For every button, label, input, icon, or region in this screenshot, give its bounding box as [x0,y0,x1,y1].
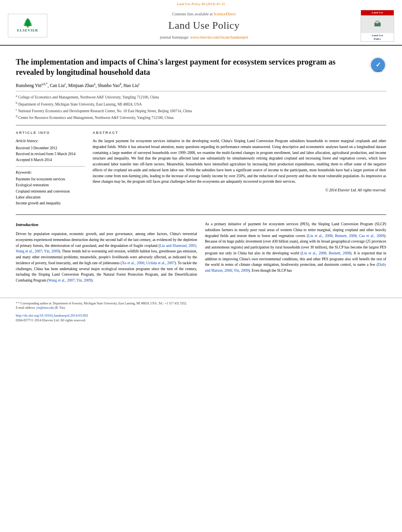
affiliation-a: a College of Economics and Management, N… [16,94,386,100]
affiliation-b: b Department of Forestry, Michigan State… [16,101,386,107]
ref-bennett-2008[interactable]: Bennett, 2008 [335,234,357,238]
affiliation-d: d Center for Resource Economics and Mana… [16,114,386,120]
two-col-body: Introduction Driven by population expans… [16,221,386,286]
article-title: The implementation and impacts of China'… [16,57,370,77]
body-col-right: As a primary initiative of payment for e… [205,221,386,286]
authors-text: Runsheng Yina,b,*, Can Liuc, Minjuan Zha… [16,83,140,88]
keyword-4: Labor allocation [16,195,85,200]
homepage-prefix: journal homepage: [160,35,190,39]
sciencedirect-prefix: Contents lists available at [172,12,214,16]
sciencedirect-line: Contents lists available at ScienceDirec… [55,11,353,17]
ref-liu-2008b[interactable]: Liu et al., 2008 [302,251,326,255]
badge-landscape-icon: 🏔 [374,19,381,29]
footer-doi[interactable]: http://dx.doi.org/10.1016/j.landusepol.2… [16,313,386,318]
footer-email-line: E-mail address: yin@msu.edu (R. Yin). [16,306,386,310]
affiliations: a College of Economics and Management, N… [16,91,386,121]
journal-badge: Land Use 🏔 Land UsePolicy [361,10,394,42]
journal-volume-text: Land Use Policy 40 (2014) 45–55 [177,2,225,6]
ref-bennett-2008b[interactable]: Bennett, 2008 [329,251,350,255]
abstract-column: ABSTRACT As the largest payment for ecos… [93,130,386,206]
svg-text:✓: ✓ [376,61,381,68]
footer-issn: 0264-8377/© 2014 Elsevier Ltd. All right… [16,318,386,323]
ref-cao-2009[interactable]: Cao et al., 2009 [359,234,384,238]
keyword-2: Ecological restoration [16,182,85,188]
history-title: Article history: [16,138,85,144]
footnote-text: * Corresponding author at: Department of… [18,302,187,305]
ref-wang-2007[interactable]: Wang et al., 2007 [16,249,42,253]
badge-title-text: Land UsePolicy [370,33,384,41]
badge-image: 🏔 [361,15,394,33]
email-suffix: (R. Yin). [54,306,65,310]
article-history: Article history: Received 3 December 201… [16,138,85,167]
page-footer: * * Corresponding author at: Department … [0,298,402,326]
article-info-abstract-section: ARTICLE INFO Article history: Received 3… [16,125,386,206]
footer-email-link[interactable]: yin@msu.edu [36,306,54,310]
keywords-section: Keywords: Payments for ecosystem service… [16,170,85,206]
journal-volume-line: Land Use Policy 40 (2014) 45–55 [0,0,402,7]
sciencedirect-link[interactable]: ScienceDirect [214,12,236,16]
keyword-5: Income growth and inequality [16,200,85,206]
affiliation-a-text: College of Economics and Management, Nor… [18,95,159,99]
doi-text: http://dx.doi.org/10.1016/j.landusepol.2… [16,313,88,317]
page-wrapper: Land Use Policy 40 (2014) 45–55 🌲 ELSEVI… [0,0,402,326]
badge-header: Land Use [361,10,394,16]
authors-line: Runsheng Yina,b,*, Can Liuc, Minjuan Zha… [16,82,386,89]
intro-para-right-1: As a primary initiative of payment for e… [205,221,386,273]
article-info-header: ARTICLE INFO [16,130,85,135]
badge-header-text: Land Use [372,11,383,14]
abstract-text: As the largest payment for ecosystem ser… [93,138,386,185]
journal-homepage-line: journal homepage: www.elsevier.com/locat… [55,35,353,40]
ref-yin-2009[interactable]: Yin, 2009 [44,249,59,253]
svg-text:CrossMark: CrossMark [374,70,383,72]
homepage-link[interactable]: www.elsevier.com/locate/landusepol [190,35,248,39]
ref-uchida-2007[interactable]: Uchida et al., 2007 [146,261,175,265]
accepted-date: Accepted 6 March 2014 [16,157,85,163]
footer-footnote: * * Corresponding author at: Department … [16,301,386,306]
body-col-left: Introduction Driven by population expans… [16,221,197,286]
article-title-section: The implementation and impacts of China'… [16,57,386,77]
ref-liu-diamond[interactable]: Liu and Diamond, 2005 [160,244,196,248]
keywords-title: Keywords: [16,170,85,176]
ref-yin-2009c[interactable]: Yin, 2009 [234,269,248,272]
keyword-1: Payments for ecosystem services [16,176,85,182]
introduction-title: Introduction [16,221,197,228]
elsevier-logo: 🌲 ELSEVIER [8,14,47,37]
journal-center-info: Contents lists available at ScienceDirec… [47,11,361,40]
elsevier-tree-icon: 🌲 [22,19,33,27]
ref-xu-2006[interactable]: Xu et al., 2006 [122,261,144,265]
ref-yin-2009b[interactable]: Yin, 2009 [76,278,91,282]
abstract-header: ABSTRACT [93,130,386,135]
journal-title-display: Land Use Policy [55,19,353,33]
article-area: The implementation and impacts of China'… [0,46,402,294]
body-content: Introduction Driven by population expans… [16,214,386,286]
affiliation-d-text: Center for Resource Economics and Manage… [18,116,173,120]
intro-para-1: Driven by population expansion, economic… [16,231,197,283]
ref-wang-2007b[interactable]: Wang et al., 2007 [48,278,75,282]
crossmark-icon: ✓ CrossMark [370,57,386,73]
email-label: E-mail address: [16,306,35,310]
affiliation-c-text: National Forestry Economics and Developm… [18,109,192,113]
ref-daily-2008[interactable]: Daily and Matson, 2008 [205,263,386,272]
revised-date: Received in revised form 5 March 2014 [16,151,85,157]
affiliation-b-text: Department of Forestry, Michigan State U… [18,102,141,106]
received-date: Received 3 December 2012 [16,145,85,151]
elsevier-name: ELSEVIER [17,28,38,33]
ref-liu-2008[interactable]: Liu et al., 2008 [308,234,333,238]
article-info-column: ARTICLE INFO Article history: Received 3… [16,130,85,206]
affiliation-c: c National Forestry Economics and Develo… [16,108,386,114]
copyright-line: © 2014 Elsevier Ltd. All rights reserved… [93,188,386,193]
journal-header: 🌲 ELSEVIER Contents lists available at S… [0,7,402,46]
keyword-3: Cropland retirement and conversion [16,189,85,195]
